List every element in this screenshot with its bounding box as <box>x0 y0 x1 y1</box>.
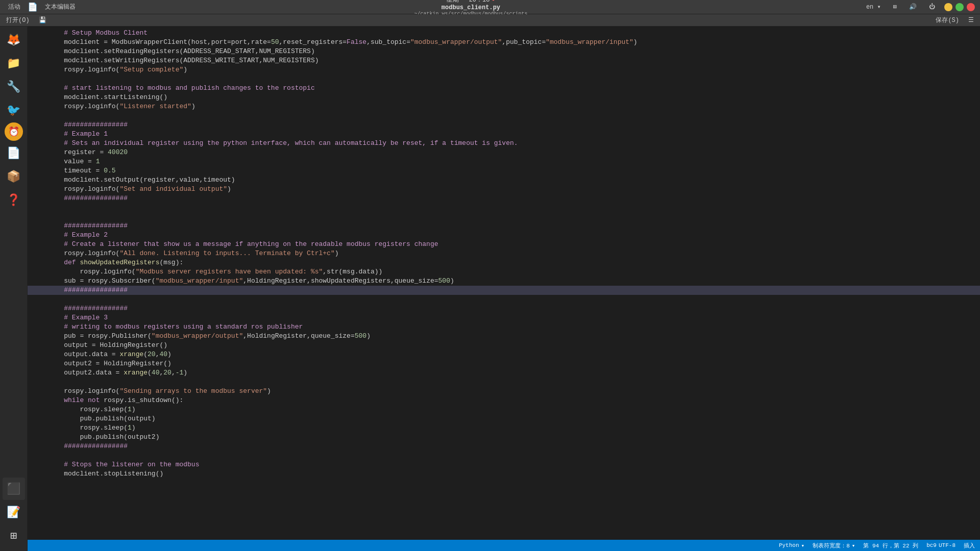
code-line: # Example 2 <box>28 231 980 240</box>
lang-selector[interactable]: en ▾ <box>863 2 884 12</box>
lang-label: en <box>866 4 873 11</box>
code-line: rospy.loginfo("Sending arrays to the mod… <box>28 387 980 396</box>
encoding-text: bc9 <box>926 542 937 548</box>
topbar: 活动 📄 文本编辑器 星期一 20：18 ● modbus_client.py … <box>0 0 980 14</box>
app-icon: 📄 <box>28 2 38 12</box>
code-line: rospy.loginfo("All done. Listening to in… <box>28 249 980 258</box>
menubar: 打开(O) 💾 保存(S) ☰ <box>0 14 980 27</box>
window-controls <box>944 3 975 11</box>
sidebar-item-help[interactable]: ❓ <box>3 189 25 211</box>
insert-mode-label: 插入 <box>964 542 975 549</box>
code-line: modclient.stopListening() <box>28 469 980 479</box>
code-line: pub.publish(output) <box>28 414 980 423</box>
main-layout: 🦊 📁 🔧 🐦 ⏰ 📄 📦 ❓ ⬛ 📝 ⊞ # Setup Modbus Cli… <box>0 27 980 551</box>
lang-arrow-icon: ▾ <box>877 4 881 11</box>
volume-icon: 🔊 <box>906 2 920 12</box>
sidebar-item-docs[interactable]: 📄 <box>3 142 25 164</box>
code-line: rospy.loginfo("Setup complete") <box>28 65 980 74</box>
sidebar-item-packages[interactable]: 📦 <box>3 165 25 188</box>
code-line: ################ <box>28 286 980 295</box>
code-line <box>28 74 980 84</box>
sidebar-item-firefox[interactable]: 🦊 <box>3 29 25 51</box>
code-line: value = 1 <box>28 157 980 166</box>
encoding-value: UTF-8 <box>939 542 955 548</box>
code-line: modclient.setWritingRegisters(ADDRESS_WR… <box>28 56 980 65</box>
code-line: modclient.setReadingRegisters(ADDRESS_RE… <box>28 47 980 56</box>
code-line <box>28 212 980 221</box>
code-editor[interactable]: # Setup Modbus Client modclient = Modbus… <box>28 27 980 540</box>
hamburger-menu-icon[interactable]: ☰ <box>964 15 978 25</box>
power-icon: ⏻ <box>926 2 938 12</box>
tab-width-selector[interactable]: 制表符宽度：8 ▾ <box>813 542 855 549</box>
code-line <box>28 451 980 460</box>
tab-width-arrow-icon: ▾ <box>852 542 855 549</box>
clock-display: 星期一 20：18 <box>447 0 489 4</box>
code-line: sub = rospy.Subscriber("modbus_wrapper/i… <box>28 277 980 286</box>
sidebar-item-notepad[interactable]: 📝 <box>3 501 25 523</box>
code-line <box>28 203 980 212</box>
code-line: rospy.loginfo("Modbus server registers h… <box>28 267 980 277</box>
code-line: output = HoldingRegister() <box>28 341 980 350</box>
save-icon[interactable]: 💾 <box>35 15 51 25</box>
code-line: # Example 1 <box>28 130 980 139</box>
code-line: timeout = 0.5 <box>28 166 980 176</box>
code-line: modclient.setOutput(register,value,timeo… <box>28 176 980 185</box>
code-line <box>28 111 980 120</box>
language-label: Python <box>779 542 799 548</box>
network-icon: ⊞ <box>890 2 900 12</box>
code-line: output2.data = xrange(40,20,-1) <box>28 368 980 378</box>
statusbar: Python ▾ 制表符宽度：8 ▾ 第 94 行，第 22 列 bc9 UTF… <box>28 540 980 551</box>
topbar-right: en ▾ ⊞ 🔊 ⏻ <box>863 2 975 12</box>
code-line: modclient = ModbusWrapperClient(host,por… <box>28 38 980 47</box>
code-line: # Sets an individual register using the … <box>28 139 980 148</box>
code-line: output2 = HoldingRegister() <box>28 359 980 368</box>
code-line: # Stops the listener on the modbus <box>28 460 980 469</box>
code-line <box>28 295 980 304</box>
topbar-left: 活动 📄 文本编辑器 <box>5 2 79 12</box>
code-line: # writing to modbus registers using a st… <box>28 322 980 332</box>
code-line: rospy.loginfo("Listener started") <box>28 102 980 111</box>
language-arrow-icon: ▾ <box>801 542 805 549</box>
save-button[interactable]: 保存(S) <box>932 15 963 26</box>
code-line: # Example 3 <box>28 313 980 322</box>
encoding-label: bc9 UTF-8 <box>926 542 955 548</box>
sidebar: 🦊 📁 🔧 🐦 ⏰ 📄 📦 ❓ ⬛ 📝 ⊞ <box>0 27 28 551</box>
code-line: rospy.sleep(1) <box>28 405 980 414</box>
code-line: rospy.sleep(1) <box>28 423 980 433</box>
code-line: # Setup Modbus Client <box>28 29 980 38</box>
code-line <box>28 378 980 387</box>
code-line: output.data = xrange(20,40) <box>28 350 980 359</box>
code-line: rospy.loginfo("Set and individual output… <box>28 185 980 194</box>
sidebar-item-tools[interactable]: 🔧 <box>3 76 25 98</box>
code-line: ################ <box>28 304 980 313</box>
tab-width-label: 制表符宽度：8 <box>813 542 850 549</box>
language-selector[interactable]: Python ▾ <box>779 542 804 549</box>
code-line: ################ <box>28 120 980 130</box>
cursor-position: 第 94 行，第 22 列 <box>863 542 918 549</box>
code-line: pub.publish(output2) <box>28 433 980 442</box>
code-line: def showUpdatedRegisters(msg): <box>28 258 980 267</box>
network-dot: ● <box>492 0 495 3</box>
code-line: # start listening to modbus and publish … <box>28 84 980 93</box>
close-button[interactable] <box>967 3 975 11</box>
activity-label: 活动 <box>5 2 23 12</box>
minimize-button[interactable] <box>944 3 952 11</box>
code-line: modclient.startListening() <box>28 93 980 102</box>
sidebar-item-files[interactable]: 📁 <box>3 52 25 74</box>
code-line: register = 40020 <box>28 148 980 157</box>
app-name[interactable]: 文本编辑器 <box>42 2 79 12</box>
code-line: ################ <box>28 194 980 203</box>
sidebar-item-mail[interactable]: 🐦 <box>3 99 25 121</box>
sidebar-item-orangecircle[interactable]: ⏰ <box>5 122 23 141</box>
code-line: ################ <box>28 442 980 451</box>
sidebar-item-terminal[interactable]: ⬛ <box>3 478 25 500</box>
maximize-button[interactable] <box>955 3 964 11</box>
open-menu[interactable]: 打开(O) <box>2 15 34 26</box>
code-line <box>28 479 980 540</box>
sidebar-item-apps[interactable]: ⊞ <box>3 524 25 547</box>
code-line: ################ <box>28 221 980 231</box>
code-line: while not rospy.is_shutdown(): <box>28 396 980 405</box>
window-title: modbus_client.py <box>442 4 500 11</box>
code-line: # Create a listener that show us a messa… <box>28 240 980 249</box>
code-line: pub = rospy.Publisher("modbus_wrapper/ou… <box>28 332 980 341</box>
